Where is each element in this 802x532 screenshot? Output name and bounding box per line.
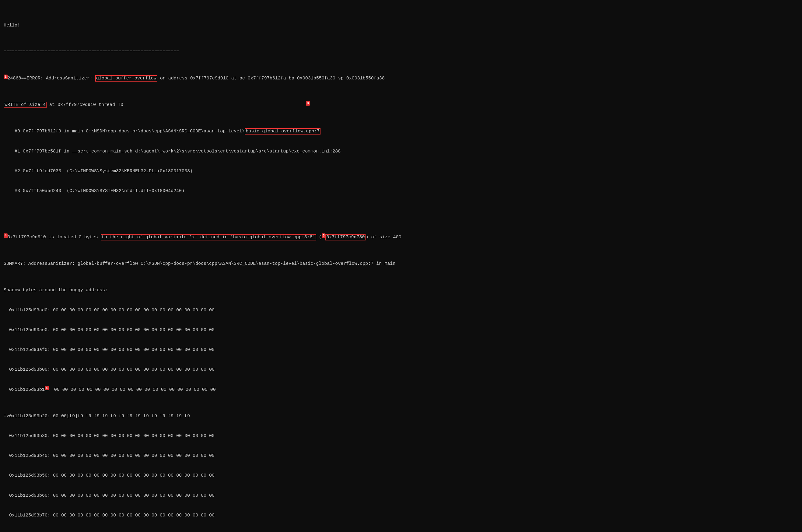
address-highlight: 0x7ff797c9d780 xyxy=(325,234,365,241)
write-line: WRITE of size 4 at 0x7ff797c9d910 thread… xyxy=(4,102,798,108)
located-line: 40x7ff797c9d910 is located 0 bytes to th… xyxy=(4,234,798,241)
file-link-highlight: basic-global-overflow.cpp:7 xyxy=(245,128,321,134)
stack-frame-0: #0 0x7ff797b612f9 in main C:\MSDN\cpp-do… xyxy=(4,128,798,135)
shadow-row-b40: 0x11b125d93b40: 00 00 00 00 00 00 00 00 … xyxy=(4,453,798,459)
badge-4: 4 xyxy=(4,233,7,238)
blank-line-1 xyxy=(4,208,798,214)
shadow-row-b60: 0x11b125d93b60: 00 00 00 00 00 00 00 00 … xyxy=(4,492,798,499)
shadow-row-b50: 0x11b125d93b50: 00 00 00 00 00 00 00 00 … xyxy=(4,472,798,479)
shadow-row-ad0: 0x11b125d93ad0: 00 00 00 00 00 00 00 00 … xyxy=(4,307,798,314)
terminal-output: Hello! =================================… xyxy=(4,2,798,532)
shadow-arrow-row: =>0x11b125d93b20: 00 00[f9]f9 f9 f9 f9 f… xyxy=(4,413,798,420)
shadow-row-b00: 0x11b125d93b00: 00 00 00 00 00 00 00 00 … xyxy=(4,366,798,373)
write-highlight: WRITE of size 4 xyxy=(4,102,46,108)
shadow-row-b10: 0x11b125d93b16: 00 00 00 00 00 00 00 00 … xyxy=(4,386,798,393)
badge-1: 1 xyxy=(4,75,7,79)
shadow-row-b70: 0x11b125d93b70: 00 00 00 00 00 00 00 00 … xyxy=(4,512,798,519)
right-of-highlight: to the right of global variable 'x' defi… xyxy=(101,234,316,241)
stack-frame-1: #1 0x7ff797be581f in __scrt_common_main_… xyxy=(4,148,798,155)
shadow-row-b30: 0x11b125d93b30: 00 00 00 00 00 00 00 00 … xyxy=(4,433,798,439)
hello-line: Hello! xyxy=(4,22,798,29)
stack-frame-3: #3 0x7fffa0a5d240 (C:\WINDOWS\SYSTEM32\n… xyxy=(4,188,798,194)
shadow-row-ae0: 0x11b125d93ae0: 00 00 00 00 00 00 00 00 … xyxy=(4,327,798,334)
stack-frame-2: #2 0x7fff9fed7033 (C:\WINDOWS\System32\K… xyxy=(4,168,798,175)
shadow-row-af0: 0x11b125d93af0: 00 00 00 00 00 00 00 00 … xyxy=(4,347,798,353)
separator-line-1: ========================================… xyxy=(4,49,798,55)
summary-line: SUMMARY: AddressSanitizer: global-buffer… xyxy=(4,261,798,267)
shadow-bytes-header: Shadow bytes around the buggy address: xyxy=(4,287,798,294)
error-line: 124868==ERROR: AddressSanitizer: global-… xyxy=(4,75,798,82)
badge-3: 3 xyxy=(306,101,310,105)
badge-5: 5 xyxy=(322,233,326,238)
global-buffer-overflow-highlight: global-buffer-overflow xyxy=(95,75,157,81)
badge-6: 6 xyxy=(45,386,49,390)
